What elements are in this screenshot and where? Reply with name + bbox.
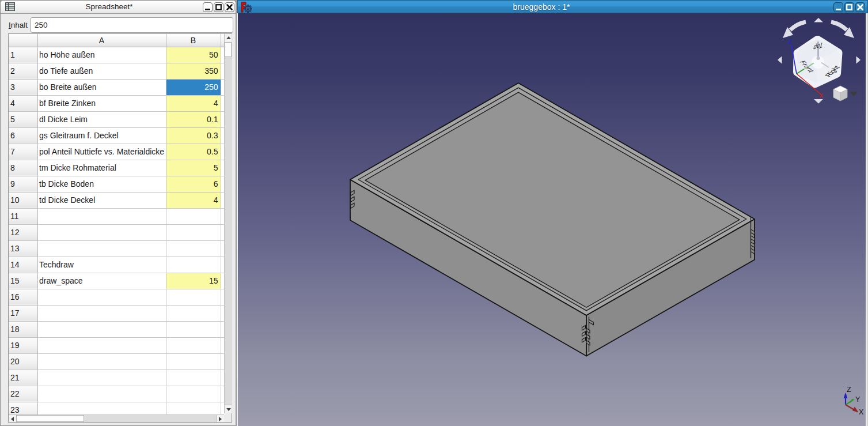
svg-text:Z: Z: [847, 386, 851, 394]
svg-text:Y: Y: [855, 395, 861, 404]
svg-text:X: X: [819, 92, 824, 99]
svg-text:X: X: [859, 408, 864, 416]
svg-text:Z: Z: [788, 38, 792, 45]
